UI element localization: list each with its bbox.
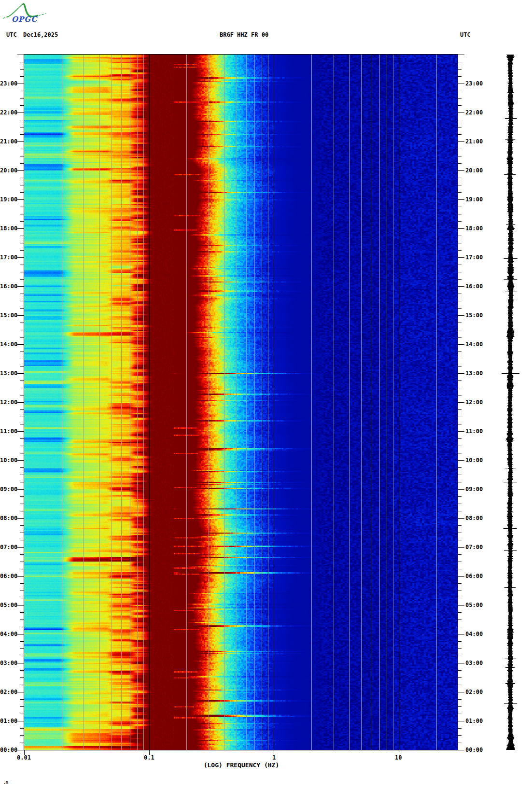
y-hour-label-left: 14:00 [0, 341, 16, 348]
y-minor-tick [20, 598, 24, 598]
y-minor-tick [458, 380, 462, 381]
y-minor-tick [458, 359, 462, 359]
y-hour-label-right: 11:00 [465, 428, 483, 435]
y-minor-tick [20, 308, 24, 309]
y-minor-tick [458, 533, 462, 533]
y-hour-label-left: 10:00 [0, 457, 16, 464]
y-major-tick [458, 113, 464, 113]
y-minor-tick [458, 388, 462, 388]
y-minor-tick [20, 178, 24, 178]
y-minor-tick [20, 98, 24, 99]
y-hour-label-right: 17:00 [465, 254, 483, 261]
y-major-tick [458, 55, 464, 55]
y-major-tick [17, 460, 24, 461]
y-hour-label-right: 13:00 [465, 370, 483, 377]
y-minor-tick [458, 243, 462, 243]
y-hour-label-right: 16:00 [465, 283, 483, 290]
y-hour-label-right: 03:00 [465, 660, 483, 666]
y-major-tick [17, 228, 24, 229]
y-major-tick [17, 402, 24, 403]
y-minor-tick [458, 475, 462, 475]
y-minor-tick [20, 279, 24, 280]
opgc-logo-text: OPGC [12, 15, 38, 24]
y-hour-label-left: 03:00 [0, 660, 16, 666]
page: { "header": { "utc_label_left": "UTC", "… [0, 0, 532, 789]
y-major-tick [17, 344, 24, 345]
y-hour-label-right: 08:00 [465, 515, 483, 521]
y-minor-tick [20, 743, 24, 743]
y-minor-tick [20, 612, 24, 613]
y-minor-tick [20, 496, 24, 497]
y-minor-tick [20, 359, 24, 359]
y-minor-tick [20, 76, 24, 77]
y-minor-tick [458, 417, 462, 417]
y-minor-tick [458, 395, 462, 395]
y-minor-tick [20, 243, 24, 243]
y-minor-tick [20, 236, 24, 236]
y-major-tick [17, 663, 24, 663]
y-minor-tick [458, 178, 462, 178]
y-major-tick [458, 228, 464, 229]
y-minor-tick [20, 677, 24, 678]
y-minor-tick [20, 699, 24, 700]
y-major-tick [458, 576, 464, 577]
y-minor-tick [20, 294, 24, 294]
y-minor-tick [20, 424, 24, 424]
y-minor-tick [458, 525, 462, 526]
y-major-tick [17, 634, 24, 634]
y-minor-tick [458, 91, 462, 91]
y-minor-tick [458, 308, 462, 309]
y-minor-tick [458, 250, 462, 251]
y-major-tick [17, 199, 24, 200]
y-minor-tick [458, 207, 462, 207]
y-major-tick [17, 605, 24, 606]
y-minor-tick [20, 533, 24, 533]
y-minor-tick [458, 98, 462, 99]
y-minor-tick [458, 496, 462, 497]
y-minor-tick [458, 185, 462, 185]
y-minor-tick [458, 214, 462, 214]
y-hour-label-right: 06:00 [465, 573, 483, 579]
x-tick-label: 0.01 [17, 755, 31, 761]
y-minor-tick [20, 366, 24, 366]
y-minor-tick [20, 409, 24, 410]
y-minor-tick [458, 554, 462, 555]
y-hour-label-left: 23:00 [0, 81, 16, 87]
y-hour-label-left: 15:00 [0, 312, 16, 319]
y-minor-tick [20, 656, 24, 656]
y-minor-tick [20, 380, 24, 381]
y-minor-tick [20, 134, 24, 135]
y-hour-label-left: 12:00 [0, 399, 16, 406]
y-major-tick [458, 547, 464, 548]
utc-label-left: UTC [6, 32, 17, 38]
y-hour-label-left: 07:00 [0, 544, 16, 550]
y-major-tick [458, 431, 464, 432]
y-major-tick [17, 373, 24, 374]
y-major-tick [458, 286, 464, 287]
y-hour-label-left: 19:00 [0, 197, 16, 203]
y-major-tick [458, 373, 464, 374]
y-minor-tick [20, 214, 24, 214]
y-minor-tick [458, 685, 462, 685]
y-major-tick [17, 692, 24, 692]
y-minor-tick [458, 323, 462, 323]
y-minor-tick [458, 677, 462, 678]
y-major-tick [17, 315, 24, 316]
y-major-tick [17, 257, 24, 258]
y-major-tick [17, 489, 24, 490]
y-minor-tick [20, 221, 24, 222]
opgc-logo: OPGC [2, 2, 48, 24]
y-hour-label-left: 02:00 [0, 689, 16, 695]
y-minor-tick [458, 598, 462, 598]
y-minor-tick [20, 192, 24, 193]
y-minor-tick [458, 641, 462, 642]
y-minor-tick [20, 525, 24, 526]
y-minor-tick [458, 149, 462, 149]
y-minor-tick [458, 446, 462, 446]
y-minor-tick [458, 735, 462, 736]
y-minor-tick [20, 301, 24, 301]
y-minor-tick [458, 221, 462, 222]
y-major-tick [458, 605, 464, 606]
y-hour-label-right: 15:00 [465, 312, 483, 319]
y-minor-tick [458, 120, 462, 120]
